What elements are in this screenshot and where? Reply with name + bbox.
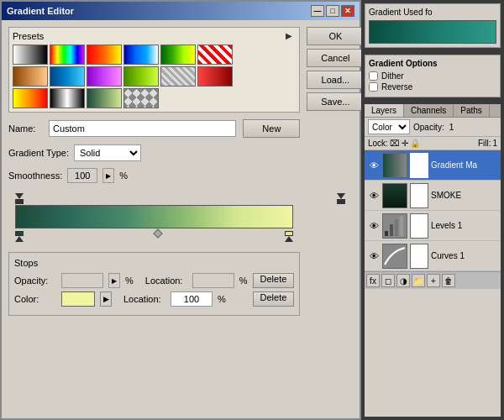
tab-layers[interactable]: Layers <box>365 104 404 117</box>
new-button[interactable]: New <box>243 119 300 138</box>
gradient-bar[interactable] <box>15 205 293 228</box>
presets-label: Presets <box>13 31 296 41</box>
reverse-row: Reverse <box>369 82 496 92</box>
delete-layer-button[interactable]: 🗑 <box>442 274 455 287</box>
opacity-field-label: Opacity: <box>14 276 56 286</box>
layer-eye-levels[interactable]: 👁 <box>368 220 380 232</box>
reverse-checkbox[interactable] <box>369 82 378 92</box>
layer-styles-button[interactable]: fx <box>366 274 380 287</box>
color-stop-left[interactable] <box>15 231 24 242</box>
color-arrow-btn[interactable]: ▶ <box>100 291 112 307</box>
tab-paths[interactable]: Paths <box>454 104 490 117</box>
opacity-location-input[interactable] <box>192 273 234 288</box>
gradient-bar-container <box>8 193 300 242</box>
stops-section: Stops Opacity: ▶ % Location: % Delete Co… <box>8 252 300 316</box>
preset-item[interactable] <box>123 88 159 108</box>
layer-name-gradient-mask: Gradient Ma <box>431 160 497 170</box>
layer-mask-thumb-smoke <box>410 183 428 208</box>
opacity-value-input[interactable] <box>61 273 103 288</box>
location-label-1: Location: <box>145 276 187 286</box>
gradient-type-select[interactable]: Solid Noise <box>74 144 141 161</box>
color-stop-right[interactable] <box>285 231 293 242</box>
preset-item[interactable] <box>50 88 85 108</box>
preset-item[interactable] <box>123 66 159 87</box>
layer-item-curves[interactable]: 👁 Curves 1 <box>365 241 501 271</box>
preset-item[interactable] <box>50 66 85 87</box>
layer-mask-button[interactable]: ◻ <box>381 274 395 287</box>
preset-item[interactable] <box>87 88 122 108</box>
lock-paint-icon[interactable]: ⌧ <box>390 139 400 148</box>
midpoint-diamond[interactable] <box>153 228 162 238</box>
gradient-options-panel: Gradient Options Dither Reverse <box>365 55 501 97</box>
color-location-input[interactable] <box>171 291 213 307</box>
layer-name-curves: Curves 1 <box>431 251 497 260</box>
delete-button-1[interactable]: Delete <box>253 273 295 288</box>
preset-item[interactable] <box>13 45 48 65</box>
minimize-button[interactable]: — <box>311 5 324 17</box>
layer-item-levels[interactable]: 👁 Levels 1 <box>365 211 501 241</box>
gradient-type-row: Gradient Type: Solid Noise <box>8 144 300 161</box>
action-buttons: OK Cancel Load... Save... <box>307 27 364 412</box>
preset-item[interactable] <box>123 45 159 65</box>
layer-eye-gradient-mask[interactable]: 👁 <box>368 160 380 171</box>
smoothness-input[interactable] <box>67 168 97 183</box>
lock-row: Lock: ⌧ ✛ 🔒 Fill: 1 <box>365 137 501 150</box>
new-layer-button[interactable]: + <box>427 274 440 287</box>
dither-label: Dither <box>381 71 404 81</box>
tab-channels[interactable]: Channels <box>404 104 454 117</box>
layer-name-levels: Levels 1 <box>431 221 497 230</box>
preset-item[interactable] <box>87 45 122 65</box>
window-title: Gradient Editor <box>7 6 74 16</box>
layer-eye-curves[interactable]: 👁 <box>368 250 380 262</box>
presets-arrow[interactable]: ▶ <box>286 31 296 41</box>
preset-item[interactable] <box>160 45 196 65</box>
stops-title: Stops <box>14 258 294 268</box>
preset-item[interactable] <box>13 66 48 87</box>
opacity-arrow[interactable]: ▶ <box>108 273 120 288</box>
dither-checkbox[interactable] <box>369 71 378 81</box>
delete-button-2[interactable]: Delete <box>253 291 295 307</box>
opacity-stop-right[interactable] <box>337 193 345 204</box>
smoothness-percent: % <box>119 171 128 181</box>
layer-item-smoke[interactable]: 👁 SMOKE <box>365 181 501 211</box>
cancel-button[interactable]: Cancel <box>307 49 364 67</box>
preset-item[interactable] <box>160 66 196 87</box>
load-button[interactable]: Load... <box>307 71 364 89</box>
reverse-label: Reverse <box>381 82 412 92</box>
adjustment-layer-button[interactable]: ◑ <box>396 274 410 287</box>
ok-button[interactable]: OK <box>307 27 364 45</box>
preset-item[interactable] <box>50 45 85 65</box>
svg-rect-1 <box>390 224 393 236</box>
editor-body: Presets ▶ <box>2 20 360 418</box>
opacity-stops-row <box>15 193 293 205</box>
fill-value: 1 <box>492 139 497 148</box>
name-row: Name: New <box>8 119 300 138</box>
layer-mask-thumb-levels <box>410 213 428 239</box>
opacity-stop-left[interactable] <box>15 193 24 204</box>
layer-eye-smoke[interactable]: 👁 <box>368 190 380 202</box>
save-button[interactable]: Save... <box>307 92 364 111</box>
location-label-2: Location: <box>123 294 165 304</box>
smoothness-arrow[interactable]: ▶ <box>102 168 114 183</box>
preset-item[interactable] <box>197 66 233 87</box>
layer-item-gradient-mask[interactable]: 👁 Gradient Ma <box>365 150 501 181</box>
lock-move-icon[interactable]: ✛ <box>402 139 408 148</box>
layers-bottom-bar: fx ◻ ◑ 📁 + 🗑 <box>365 271 501 289</box>
lock-all-icon[interactable]: 🔒 <box>410 139 420 148</box>
svg-rect-2 <box>395 219 398 236</box>
color-swatch[interactable] <box>61 291 95 307</box>
preset-item[interactable] <box>197 45 233 65</box>
preset-item[interactable] <box>13 88 48 108</box>
new-group-button[interactable]: 📁 <box>412 274 425 287</box>
blend-mode-select[interactable]: Color Normal <box>368 119 410 134</box>
name-input[interactable] <box>49 120 236 137</box>
maximize-button[interactable]: □ <box>326 5 339 17</box>
opacity-value: 1 <box>449 123 454 132</box>
preset-item[interactable] <box>87 66 122 87</box>
gradient-used-label: Gradient Used fo <box>369 8 496 17</box>
opacity-label: Opacity: <box>413 123 444 132</box>
title-bar: Gradient Editor — □ ✕ <box>2 2 360 20</box>
close-button[interactable]: ✕ <box>341 5 354 17</box>
presets-grid <box>13 45 296 108</box>
loc-percent-1: % <box>239 276 248 286</box>
